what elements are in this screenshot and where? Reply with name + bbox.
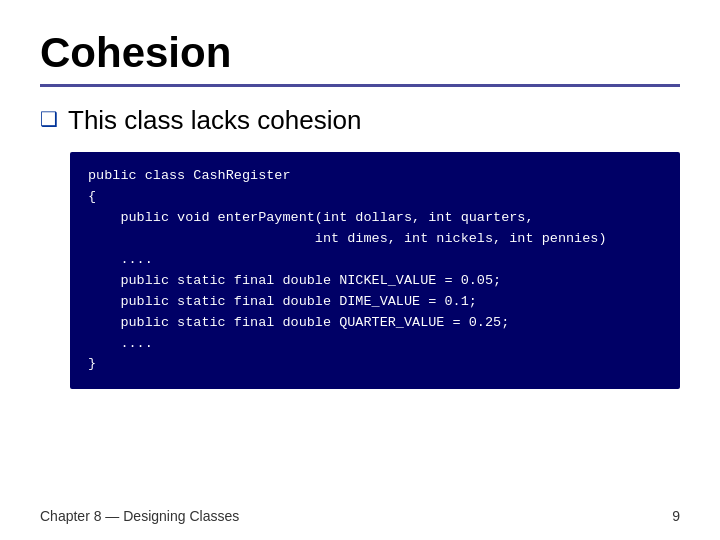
footer-chapter: Chapter 8 — Designing Classes (40, 508, 239, 524)
footer: Chapter 8 — Designing Classes 9 (40, 508, 680, 524)
code-block: public class CashRegister { public void … (70, 152, 680, 389)
slide: Cohesion ❑ This class lacks cohesion pub… (0, 0, 720, 540)
bullet-icon: ❑ (40, 107, 58, 131)
slide-title: Cohesion (40, 30, 680, 76)
title-section: Cohesion (40, 30, 680, 76)
bullet-text: This class lacks cohesion (68, 105, 361, 136)
bullet-item: ❑ This class lacks cohesion (40, 105, 680, 136)
title-divider (40, 84, 680, 87)
footer-page: 9 (672, 508, 680, 524)
